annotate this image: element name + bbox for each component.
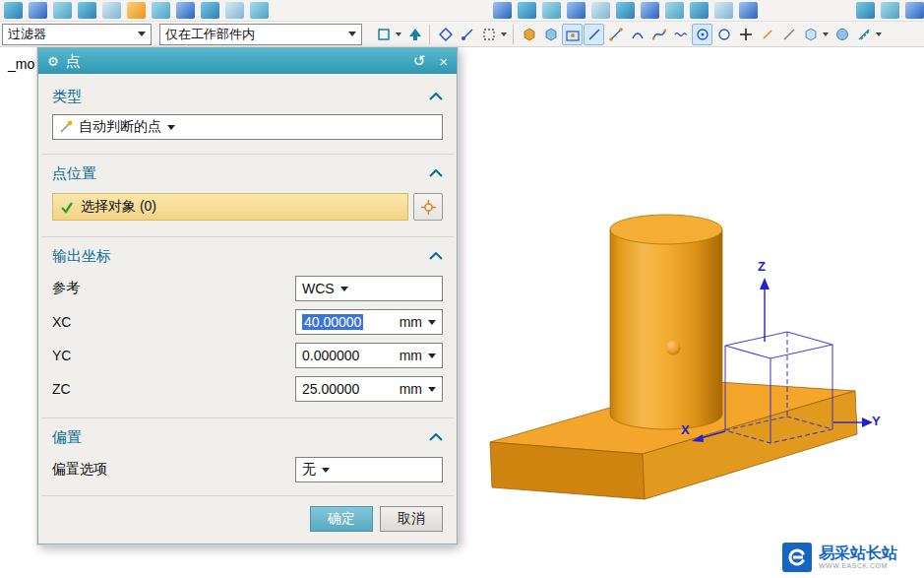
divider — [41, 154, 454, 155]
selection-scope-value: 仅在工作部件内 — [165, 26, 255, 43]
datum-cube-icon[interactable] — [800, 24, 821, 45]
measure-tool-icon[interactable] — [853, 24, 874, 45]
reference-dropdown[interactable]: WCS — [295, 276, 443, 301]
snap-settings-icon[interactable] — [478, 24, 499, 45]
dialog-title: 点 — [66, 52, 81, 71]
toolbar-icon[interactable] — [616, 2, 635, 19]
toolbar-icon[interactable] — [493, 2, 512, 19]
section-title: 点位置 — [52, 164, 96, 183]
offset-option-label: 偏置选项 — [52, 461, 107, 479]
selection-scope-dropdown[interactable]: 仅在工作部件内 — [159, 24, 362, 45]
yc-unit: mm — [400, 348, 422, 363]
toolbar-separator — [513, 25, 514, 44]
point-preview-sphere[interactable] — [666, 341, 681, 355]
toolbar-icon[interactable] — [881, 2, 899, 19]
chevron-down-icon[interactable] — [428, 353, 436, 358]
select-object-row: 选择对象 (0) — [52, 193, 443, 221]
chevron-up-icon[interactable] — [429, 252, 443, 261]
reference-label: 参考 — [52, 280, 80, 297]
toolbar-icon[interactable] — [250, 2, 269, 19]
datum-plane-icon[interactable] — [373, 24, 394, 45]
chevron-down-icon[interactable] — [428, 387, 436, 392]
watermark-text: 易采站长站 WWW.EASCK.COM — [819, 545, 897, 569]
point-type-dropdown[interactable]: 自动判断的点 — [52, 114, 443, 140]
toolbar-icon[interactable] — [690, 2, 708, 19]
wave-curve-icon[interactable] — [670, 24, 691, 45]
circle-center-icon[interactable] — [692, 24, 712, 45]
dialog-titlebar[interactable]: ⚙ 点 ↺ × — [38, 48, 457, 74]
toolbar-icon[interactable] — [567, 2, 585, 19]
section-title: 类型 — [52, 88, 82, 106]
zc-input[interactable]: 25.00000 mm — [295, 376, 443, 402]
toolbar-icon[interactable] — [176, 2, 195, 19]
cancel-button[interactable]: 取消 — [380, 506, 443, 532]
offset-section-header[interactable]: 偏置 — [52, 428, 443, 447]
toolbar-icon[interactable] — [542, 2, 561, 19]
line-thin-icon[interactable] — [778, 24, 799, 45]
section-title: 偏置 — [52, 428, 82, 447]
toolbar-icon[interactable] — [152, 2, 170, 19]
reference-row: 参考 WCS — [52, 276, 443, 301]
up-direction-icon[interactable] — [404, 24, 425, 45]
close-button[interactable]: × — [439, 53, 448, 70]
reset-button[interactable]: ↺ — [413, 52, 426, 70]
arc-icon[interactable] — [627, 24, 647, 45]
toolbar-icon[interactable] — [4, 2, 23, 19]
chevron-down-icon[interactable] — [501, 32, 507, 36]
toolbar-icon[interactable] — [856, 2, 875, 19]
snap-end-point-icon[interactable] — [457, 24, 477, 45]
spline-icon[interactable] — [648, 24, 669, 45]
point-on-face-icon[interactable] — [562, 24, 583, 45]
chevron-up-icon[interactable] — [429, 93, 443, 101]
xc-input[interactable]: 40.00000 mm — [295, 309, 443, 335]
toolbar-icon[interactable] — [201, 2, 219, 19]
toolbar-icon[interactable] — [225, 2, 244, 19]
toolbar-icon[interactable] — [102, 2, 121, 19]
toolbar-icon[interactable] — [665, 2, 684, 19]
location-section-header[interactable]: 点位置 — [52, 164, 443, 183]
chevron-down-icon[interactable] — [396, 32, 401, 36]
selection-filter-value: 过滤器 — [8, 26, 46, 43]
coords-section-header[interactable]: 输出坐标 — [52, 247, 443, 266]
chevron-down-icon[interactable] — [876, 32, 882, 36]
yc-input[interactable]: 0.000000 mm — [295, 343, 443, 368]
point-tool-icon[interactable] — [735, 24, 756, 45]
toolbar-icon[interactable] — [591, 2, 610, 19]
line-endpoints-icon[interactable] — [605, 24, 626, 45]
toolbar-icon[interactable] — [905, 2, 924, 19]
y-axis-label: Y — [872, 414, 881, 428]
line-segment-icon[interactable] — [757, 24, 777, 45]
toolbar-icon[interactable] — [641, 2, 659, 19]
toolbar-icon[interactable] — [29, 2, 47, 19]
chevron-up-icon[interactable] — [429, 169, 443, 178]
point-dialog-button[interactable] — [413, 193, 443, 221]
chevron-up-icon[interactable] — [429, 433, 443, 442]
z-axis-label: Z — [758, 259, 766, 274]
toolbar-icon[interactable] — [739, 2, 758, 19]
circle-icon[interactable] — [713, 24, 734, 45]
chevron-down-icon[interactable] — [823, 32, 829, 36]
x-axis-label: X — [681, 422, 690, 437]
toolbar-icon[interactable] — [78, 2, 96, 19]
toolbar-icon[interactable] — [714, 2, 733, 19]
chevron-down-icon[interactable] — [428, 320, 436, 325]
zc-unit: mm — [400, 381, 422, 397]
watermark-subtitle: WWW.EASCK.COM — [819, 562, 897, 570]
snap-point-icon[interactable] — [435, 24, 456, 45]
cylinder-boss[interactable] — [610, 215, 722, 429]
selection-filter-dropdown[interactable]: 过滤器 — [2, 24, 152, 45]
toolbar-icon[interactable] — [127, 2, 146, 19]
yc-value: 0.000000 — [302, 348, 359, 363]
offset-option-dropdown[interactable]: 无 — [295, 457, 443, 482]
zc-label: ZC — [52, 381, 71, 397]
yc-row: YC 0.000000 mm — [52, 343, 443, 368]
solid-cube-alt-icon[interactable] — [540, 24, 561, 45]
ok-button[interactable]: 确定 — [310, 506, 373, 532]
solid-cube-icon[interactable] — [519, 24, 539, 45]
sphere-tool-icon[interactable] — [832, 24, 852, 45]
toolbar-icon[interactable] — [53, 2, 72, 19]
toolbar-icon[interactable] — [518, 2, 536, 19]
line-icon[interactable] — [584, 24, 604, 45]
type-section-header[interactable]: 类型 — [52, 88, 443, 106]
select-object-field[interactable]: 选择对象 (0) — [52, 193, 408, 221]
